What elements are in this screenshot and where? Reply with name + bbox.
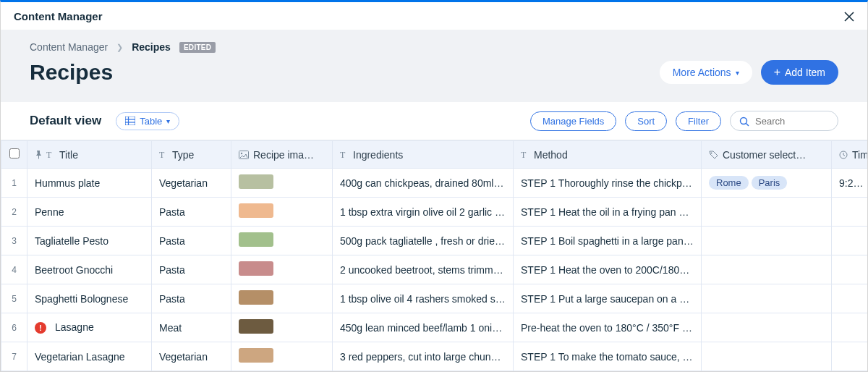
cell-time[interactable] bbox=[832, 198, 868, 227]
cell-customer[interactable] bbox=[702, 255, 832, 284]
plus-icon: + bbox=[774, 66, 780, 79]
close-button[interactable] bbox=[844, 9, 854, 22]
cell-customer[interactable] bbox=[702, 313, 832, 342]
cell-ingredients[interactable]: 1 tbsp olive oil 4 rashers smoked streak… bbox=[333, 284, 514, 313]
table-row[interactable]: 1Hummus plateVegetarian400g can chickpea… bbox=[1, 169, 868, 198]
search-field[interactable] bbox=[730, 111, 838, 131]
filter-button[interactable]: Filter bbox=[676, 111, 721, 131]
table-row[interactable]: 7Vegetarian LasagneVegetarian3 red peppe… bbox=[1, 342, 868, 371]
cell-customer[interactable] bbox=[702, 198, 832, 227]
cell-method[interactable]: STEP 1 Boil spaghetti in a large pan acc… bbox=[514, 227, 702, 255]
cell-method[interactable]: Pre-heat the oven to 180°C / 350°F / Gas… bbox=[514, 313, 702, 342]
breadcrumb-root[interactable]: Content Manager bbox=[30, 41, 108, 53]
breadcrumb-current[interactable]: Recipes bbox=[132, 41, 171, 53]
cell-image[interactable] bbox=[231, 255, 333, 284]
cell-title[interactable]: Beetroot Gnocchi bbox=[27, 255, 152, 284]
table-icon bbox=[125, 117, 135, 125]
cell-time[interactable] bbox=[832, 342, 868, 371]
cell-method[interactable]: STEP 1 Heat the oven to 200C/180C fan/ g… bbox=[514, 255, 702, 284]
cell-title[interactable]: Penne bbox=[27, 198, 152, 227]
row-number: 4 bbox=[1, 255, 27, 284]
cell-time[interactable] bbox=[832, 255, 868, 284]
row-number: 5 bbox=[1, 284, 27, 313]
cell-ingredients[interactable]: 450g lean minced beef/lamb 1 onion 1 … bbox=[333, 313, 514, 342]
row-number: 2 bbox=[1, 198, 27, 227]
close-icon bbox=[844, 12, 854, 22]
cell-time[interactable] bbox=[832, 284, 868, 313]
cell-type[interactable]: Pasta bbox=[152, 227, 231, 255]
add-item-label: Add Item bbox=[785, 67, 825, 78]
cell-title[interactable]: Hummus plate bbox=[27, 169, 152, 198]
cell-image[interactable] bbox=[231, 313, 333, 342]
cell-ingredients[interactable]: 3 red peppers, cut into large chunks 2 a… bbox=[333, 342, 514, 371]
table-row[interactable]: 6!LasagneMeat450g lean minced beef/lamb … bbox=[1, 313, 868, 342]
cell-type[interactable]: Pasta bbox=[152, 255, 231, 284]
table-row[interactable]: 5Spaghetti BolognesePasta1 tbsp olive oi… bbox=[1, 284, 868, 313]
cell-type[interactable]: Vegetarian bbox=[152, 342, 231, 371]
column-method-label: Method bbox=[534, 149, 568, 161]
svg-text:T: T bbox=[340, 151, 346, 159]
cell-customer[interactable] bbox=[702, 227, 832, 255]
cell-time[interactable]: 9:22 PM bbox=[832, 169, 868, 198]
text-type-icon: T bbox=[159, 151, 168, 159]
cell-method[interactable]: STEP 1 To make the tomato sauce, heat th… bbox=[514, 342, 702, 371]
clock-icon bbox=[839, 151, 848, 159]
cell-image[interactable] bbox=[231, 227, 333, 255]
cell-ingredients[interactable]: 500g pack tagliatelle , fresh or dried 2… bbox=[333, 227, 514, 255]
column-time-label: Time bbox=[852, 149, 867, 161]
view-type-label: Table bbox=[140, 116, 162, 127]
search-input[interactable] bbox=[755, 116, 829, 127]
cell-customer[interactable]: RomeParis bbox=[702, 169, 832, 198]
text-type-icon: T bbox=[340, 151, 349, 159]
cell-image[interactable] bbox=[231, 284, 333, 313]
cell-title[interactable]: Vegetarian Lasagne bbox=[27, 342, 152, 371]
thumbnail-image bbox=[239, 319, 273, 334]
cell-image[interactable] bbox=[231, 342, 333, 371]
chevron-right-icon: ❯ bbox=[116, 43, 123, 52]
cell-image[interactable] bbox=[231, 198, 333, 227]
recipes-table: T Title T Type Recipe ima… T Ingredients bbox=[1, 140, 867, 371]
svg-rect-0 bbox=[125, 117, 135, 125]
add-item-button[interactable]: + Add Item bbox=[761, 60, 838, 85]
select-all-checkbox[interactable] bbox=[9, 148, 20, 158]
cell-type[interactable]: Pasta bbox=[152, 198, 231, 227]
cell-time[interactable] bbox=[832, 313, 868, 342]
table-row[interactable]: 3Tagliatelle PestoPasta500g pack tagliat… bbox=[1, 227, 868, 255]
cell-method[interactable]: STEP 1 Heat the oil in a frying pan over… bbox=[514, 198, 702, 227]
svg-line-5 bbox=[746, 124, 749, 127]
table-row[interactable]: 4Beetroot GnocchiPasta2 uncooked beetroo… bbox=[1, 255, 868, 284]
cell-customer[interactable] bbox=[702, 342, 832, 371]
manage-fields-button[interactable]: Manage Fields bbox=[530, 111, 616, 131]
svg-text:T: T bbox=[46, 151, 52, 159]
svg-point-12 bbox=[711, 152, 712, 153]
view-type-selector[interactable]: Table ▾ bbox=[116, 112, 179, 130]
cell-type[interactable]: Meat bbox=[152, 313, 231, 342]
cell-customer[interactable] bbox=[702, 284, 832, 313]
cell-type[interactable]: Pasta bbox=[152, 284, 231, 313]
tag[interactable]: Rome bbox=[709, 176, 749, 190]
cell-method[interactable]: STEP 1 Thoroughly rinse the chickpeas in… bbox=[514, 169, 702, 198]
chevron-down-icon: ▾ bbox=[166, 117, 170, 125]
cell-title[interactable]: !Lasagne bbox=[27, 313, 152, 342]
alert-icon: ! bbox=[35, 322, 46, 334]
thumbnail-image bbox=[239, 290, 273, 305]
tag[interactable]: Paris bbox=[752, 176, 788, 190]
cell-ingredients[interactable]: 400g can chickpeas, drained 80ml extr… bbox=[333, 169, 514, 198]
thumbnail-image bbox=[239, 348, 273, 363]
cell-ingredients[interactable]: 1 tbsp extra virgin olive oil 2 garlic c… bbox=[333, 198, 514, 227]
cell-title[interactable]: Spaghetti Bolognese bbox=[27, 284, 152, 313]
cell-image[interactable] bbox=[231, 169, 333, 198]
sort-button[interactable]: Sort bbox=[625, 111, 667, 131]
table-row[interactable]: 2PennePasta1 tbsp extra virgin olive oil… bbox=[1, 198, 868, 227]
cell-title[interactable]: Tagliatelle Pesto bbox=[27, 227, 152, 255]
column-title-label: Title bbox=[59, 149, 78, 161]
thumbnail-image bbox=[239, 203, 273, 218]
text-type-icon: T bbox=[46, 151, 55, 159]
pin-icon bbox=[35, 151, 42, 159]
cell-ingredients[interactable]: 2 uncooked beetroot, stems trimmed (2… bbox=[333, 255, 514, 284]
more-actions-button[interactable]: More Actions ▾ bbox=[660, 61, 752, 84]
cell-time[interactable] bbox=[832, 227, 868, 255]
cell-method[interactable]: STEP 1 Put a large saucepan on a medium … bbox=[514, 284, 702, 313]
cell-type[interactable]: Vegetarian bbox=[152, 169, 231, 198]
view-name: Default view bbox=[30, 114, 101, 128]
